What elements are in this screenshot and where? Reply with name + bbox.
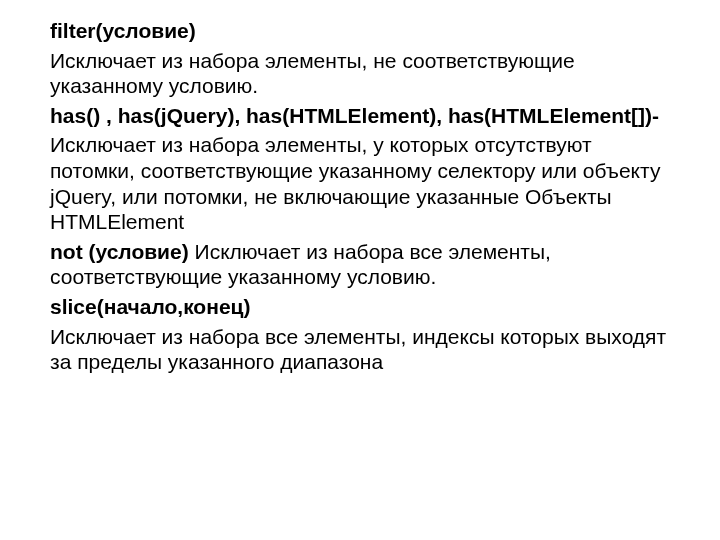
slice-title: slice(начало,конец) — [50, 294, 670, 320]
has-description: Исключает из набора элементы, у которых … — [50, 132, 670, 234]
not-title: not (условие) — [50, 240, 195, 263]
has-title: has() , has(jQuery), has(HTMLElement), h… — [50, 103, 670, 129]
slice-description: Исключает из набора все элементы, индекс… — [50, 324, 670, 375]
not-line: not (условие) Исключает из набора все эл… — [50, 239, 670, 290]
slide-body: filter(условие) Исключает из набора элем… — [0, 0, 720, 375]
filter-title: filter(условие) — [50, 18, 670, 44]
filter-description: Исключает из набора элементы, не соответ… — [50, 48, 670, 99]
